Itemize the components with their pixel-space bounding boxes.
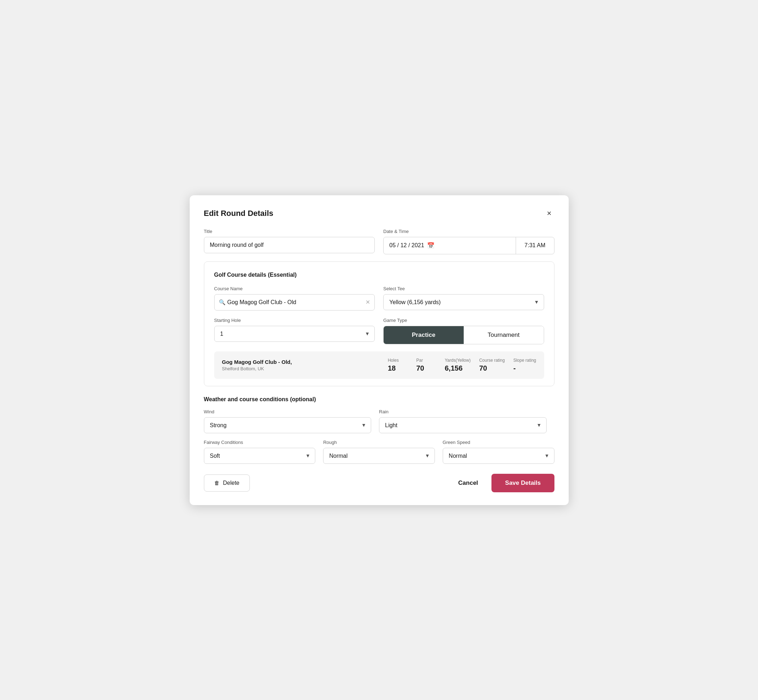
weather-section-title: Weather and course conditions (optional) [204,396,554,403]
course-rating-value: 70 [479,364,487,372]
green-speed-group: Green Speed SlowNormalFastVery Fast ▼ [443,440,554,464]
course-info-name: Gog Magog Golf Club - Old, [222,359,379,365]
holes-value: 18 [388,364,396,372]
course-info-bar: Gog Magog Golf Club - Old, Shelford Bott… [214,352,544,379]
course-rating-stat: Course rating 70 [470,358,504,372]
select-tee-wrap: Yellow (6,156 yards) Red White Blue ▼ [383,294,544,310]
rain-group: Rain NoneLightModerateHeavy ▼ [379,409,547,433]
date-time-group: Date & Time 05 / 12 / 2021 📅 7:31 AM [383,229,554,254]
starting-hole-group: Starting Hole 1234 5678 910 ▼ [214,318,375,342]
time-part[interactable]: 7:31 AM [516,237,554,254]
date-part[interactable]: 05 / 12 / 2021 📅 [384,237,516,254]
trash-icon: 🗑 [214,480,219,486]
rain-dropdown[interactable]: NoneLightModerateHeavy [379,417,547,433]
course-name-search-wrap: 🔍 ✕ [214,294,375,311]
yards-label: Yards(Yellow) [445,358,471,363]
game-type-toggle: Practice Tournament [383,326,544,344]
save-button[interactable]: Save Details [492,474,554,492]
par-stat: Par 70 [408,358,436,372]
fairway-label: Fairway Conditions [204,440,316,445]
starting-hole-wrap: 1234 5678 910 ▼ [214,326,375,342]
modal-title: Edit Round Details [204,209,274,218]
course-name-group: Course Name 🔍 ✕ [214,286,375,311]
time-value: 7:31 AM [525,242,545,248]
holes-stat: Holes 18 [379,358,408,372]
date-time-label: Date & Time [383,229,554,234]
wind-group: Wind NoneLightModerateStrongVery Strong … [204,409,371,433]
wind-wrap: NoneLightModerateStrongVery Strong ▼ [204,417,371,433]
search-icon: 🔍 [219,299,226,306]
starting-hole-label: Starting Hole [214,318,375,323]
starting-hole-dropdown[interactable]: 1234 5678 910 [214,326,375,342]
course-tee-row: Course Name 🔍 ✕ Select Tee Yellow (6,156… [214,286,544,311]
yards-value: 6,156 [445,364,463,372]
footer-row: 🗑 Delete Cancel Save Details [204,474,554,492]
course-info-name-block: Gog Magog Golf Club - Old, Shelford Bott… [222,359,379,371]
wind-dropdown[interactable]: NoneLightModerateStrongVery Strong [204,417,371,433]
calendar-icon: 📅 [427,242,434,249]
golf-course-section: Golf Course details (Essential) Course N… [204,261,554,386]
modal-header: Edit Round Details × [204,208,554,219]
course-rating-label: Course rating [479,358,504,363]
rough-dropdown[interactable]: SoftNormalHardFirm [323,448,435,464]
rough-label: Rough [323,440,435,445]
select-tee-label: Select Tee [383,286,544,291]
green-speed-label: Green Speed [443,440,554,445]
rough-wrap: SoftNormalHardFirm ▼ [323,448,435,464]
practice-button[interactable]: Practice [384,326,464,344]
slope-rating-value: - [513,364,516,372]
course-name-input[interactable] [214,294,375,311]
select-tee-group: Select Tee Yellow (6,156 yards) Red Whit… [383,286,544,310]
close-button[interactable]: × [544,208,554,219]
par-label: Par [417,358,423,363]
golf-course-title: Golf Course details (Essential) [214,272,544,278]
rain-label: Rain [379,409,547,414]
fairway-group: Fairway Conditions SoftNormalHardFirm ▼ [204,440,316,464]
slope-rating-label: Slope rating [513,358,536,363]
slope-rating-stat: Slope rating - [504,358,536,372]
rough-group: Rough SoftNormalHardFirm ▼ [323,440,435,464]
game-type-group: Game Type Practice Tournament [383,318,544,344]
fairway-rough-green-row: Fairway Conditions SoftNormalHardFirm ▼ … [204,440,554,464]
select-tee-dropdown[interactable]: Yellow (6,156 yards) Red White Blue [383,294,544,310]
fairway-wrap: SoftNormalHardFirm ▼ [204,448,316,464]
tournament-button[interactable]: Tournament [464,326,544,344]
edit-round-modal: Edit Round Details × Title Date & Time 0… [190,195,568,505]
cancel-button[interactable]: Cancel [455,475,482,492]
hole-gametype-row: Starting Hole 1234 5678 910 ▼ Game Type … [214,318,544,344]
footer-right: Cancel Save Details [455,474,554,492]
delete-button[interactable]: 🗑 Delete [204,475,250,492]
course-name-label: Course Name [214,286,375,291]
wind-rain-row: Wind NoneLightModerateStrongVery Strong … [204,409,554,433]
title-label: Title [204,229,375,234]
holes-label: Holes [388,358,399,363]
green-speed-wrap: SlowNormalFastVery Fast ▼ [443,448,554,464]
wind-label: Wind [204,409,371,414]
clear-course-button[interactable]: ✕ [365,299,370,306]
delete-label: Delete [223,480,240,486]
weather-section: Weather and course conditions (optional)… [204,396,554,464]
par-value: 70 [417,364,424,372]
title-group: Title [204,229,375,253]
yards-stat: Yards(Yellow) 6,156 [436,358,471,372]
game-type-label: Game Type [383,318,544,323]
green-speed-dropdown[interactable]: SlowNormalFastVery Fast [443,448,554,464]
date-value: 05 / 12 / 2021 [389,242,424,248]
title-date-row: Title Date & Time 05 / 12 / 2021 📅 7:31 … [204,229,554,254]
date-time-container: 05 / 12 / 2021 📅 7:31 AM [383,237,554,254]
course-info-location: Shelford Bottom, UK [222,366,379,371]
title-input[interactable] [204,237,375,253]
fairway-dropdown[interactable]: SoftNormalHardFirm [204,448,316,464]
rain-wrap: NoneLightModerateHeavy ▼ [379,417,547,433]
